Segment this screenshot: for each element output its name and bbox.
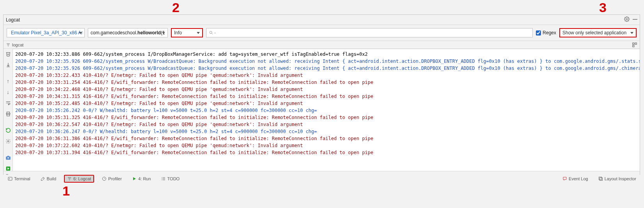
filter-selector[interactable]: Show only selected application	[559, 28, 637, 37]
log-line: 2020-07-20 10:37:31.394 416-416/? E/wifi…	[15, 150, 374, 155]
annotation-1: 1	[62, 183, 70, 199]
svg-rect-9	[635, 43, 637, 44]
log-line: 2020-07-20 10:36:26.247 0-0/? W/healthd:…	[15, 129, 317, 134]
log-output[interactable]: 2020-07-20 10:32:33.886 609-662/system_p…	[13, 49, 640, 171]
tab-layoutinspector-label: Layout Inspector	[605, 176, 636, 181]
logcat-subbar: logcat	[4, 41, 640, 49]
process-prefix: com.gamecodeschool.	[91, 30, 137, 36]
camera-icon[interactable]	[5, 155, 11, 160]
tab-build-label: Build	[47, 176, 56, 181]
log-line: 2020-07-20 10:36:22.547 410-410/? E/netm…	[15, 122, 303, 127]
regex-checkbox[interactable]: Regex	[536, 30, 556, 36]
log-line: 2020-07-20 10:34:31.315 416-416/? E/wifi…	[15, 94, 374, 99]
device-selector[interactable]: Emulator Pixel_3a_API_30_x86 Ar	[7, 28, 85, 37]
svg-point-31	[162, 180, 162, 180]
log-level-selector[interactable]: Info	[171, 28, 203, 37]
tab-logcat-label: 6: Logcat	[73, 176, 91, 181]
logcat-gutter: ↑ ↓	[4, 49, 13, 171]
svg-point-29	[162, 177, 162, 178]
log-line: 2020-07-20 10:33:31.254 416-416/? E/wifi…	[15, 80, 374, 85]
process-name: helloworld	[137, 30, 161, 36]
tab-eventlog-label: Event Log	[569, 176, 588, 181]
tab-run-label: 4: Run	[138, 176, 151, 181]
play-icon	[132, 176, 137, 181]
log-line: 2020-07-20 10:35:31.325 416-416/? E/wifi…	[15, 115, 374, 120]
log-line: 2020-07-20 10:32:35.926 609-662/system_p…	[15, 66, 640, 71]
gear-icon[interactable]	[5, 139, 11, 144]
tab-build[interactable]: Build	[38, 176, 59, 182]
annotation-2: 2	[172, 0, 180, 15]
svg-rect-13	[7, 114, 9, 116]
gear-icon[interactable]	[624, 16, 630, 23]
logcat-panel: Logcat — Emulator Pixel_3a_API_30_x86 Ar…	[3, 14, 640, 178]
trash-icon[interactable]	[5, 51, 11, 57]
svg-rect-10	[633, 45, 634, 47]
svg-line-4	[212, 34, 213, 35]
panel-title: Logcat	[6, 17, 20, 23]
subbar-label: logcat	[12, 43, 23, 47]
log-line: 2020-07-20 10:33:22.433 410-410/? E/netm…	[15, 73, 303, 78]
filter-icon[interactable]	[6, 43, 11, 47]
hammer-icon	[41, 176, 45, 181]
tab-eventlog[interactable]: Event Log	[560, 176, 591, 182]
svg-rect-8	[633, 43, 634, 44]
layers-icon	[598, 176, 603, 181]
print-icon[interactable]	[5, 111, 11, 117]
panel-titlebar: Logcat —	[4, 15, 640, 25]
tab-terminal[interactable]: Terminal	[5, 176, 33, 182]
up-arrow-icon[interactable]: ↑	[7, 78, 9, 84]
regex-checkbox-input[interactable]	[536, 30, 541, 36]
settings-icon[interactable]	[632, 42, 637, 48]
tab-run[interactable]: 4: Run	[130, 176, 153, 182]
soft-wrap-icon[interactable]	[5, 100, 11, 106]
log-line: 2020-07-20 10:32:35.926 609-662/system_p…	[15, 59, 640, 64]
balloon-icon	[562, 176, 567, 181]
bottom-tool-tabs: Terminal Build 6: Logcat Profiler 4: Run…	[3, 175, 641, 183]
log-level-label: Info	[174, 30, 182, 36]
log-line: 2020-07-20 10:32:33.886 609-662/system_p…	[15, 52, 368, 57]
filter-icon	[67, 176, 72, 181]
gauge-icon	[102, 176, 107, 181]
list-icon	[161, 176, 166, 181]
svg-point-30	[162, 178, 162, 179]
svg-line-24	[104, 178, 105, 179]
svg-marker-25	[133, 177, 136, 180]
tab-layoutinspector[interactable]: Layout Inspector	[596, 176, 639, 182]
device-label: Emulator Pixel_3a_API_30_x86 Ar	[11, 30, 83, 36]
search-icon	[209, 30, 213, 35]
minimize-icon[interactable]: —	[633, 16, 637, 23]
svg-rect-33	[600, 178, 602, 181]
svg-point-0	[626, 18, 628, 20]
filter-label: Show only selected application	[562, 30, 626, 36]
tab-profiler[interactable]: Profiler	[100, 176, 124, 182]
log-line: 2020-07-20 10:35:26.242 0-0/? W/healthd:…	[15, 108, 317, 113]
tab-todo-label: TODO	[167, 176, 180, 181]
tab-profiler-label: Profiler	[108, 176, 122, 181]
process-selector[interactable]: com.gamecodeschool.helloworld (1	[88, 28, 168, 37]
log-line: 2020-07-20 10:35:22.485 410-410/? E/netm…	[15, 101, 303, 106]
tab-logcat[interactable]: 6: Logcat	[64, 175, 94, 183]
svg-rect-32	[599, 177, 601, 180]
svg-rect-19	[8, 177, 12, 180]
log-line: 2020-07-20 10:36:31.386 416-416/? E/wifi…	[15, 136, 374, 141]
logcat-toolbar: Emulator Pixel_3a_API_30_x86 Ar com.game…	[4, 25, 640, 41]
svg-point-3	[210, 31, 212, 34]
search-input[interactable]: -	[206, 28, 533, 37]
annotation-3: 3	[599, 0, 607, 15]
log-line: 2020-07-20 10:34:22.468 410-410/? E/netm…	[15, 87, 303, 92]
tab-terminal-label: Terminal	[14, 176, 30, 181]
down-arrow-icon[interactable]: ↓	[7, 89, 9, 95]
record-icon[interactable]	[5, 166, 11, 171]
log-line: 2020-07-20 10:37:22.602 410-410/? E/netm…	[15, 143, 303, 148]
svg-point-15	[7, 157, 9, 159]
tab-todo[interactable]: TODO	[159, 176, 182, 182]
terminal-icon	[8, 176, 12, 181]
regex-label: Regex	[543, 30, 556, 36]
scroll-end-icon[interactable]	[5, 62, 11, 68]
svg-point-14	[7, 140, 9, 142]
restart-icon[interactable]	[5, 128, 11, 133]
process-suffix: (1	[161, 30, 165, 36]
